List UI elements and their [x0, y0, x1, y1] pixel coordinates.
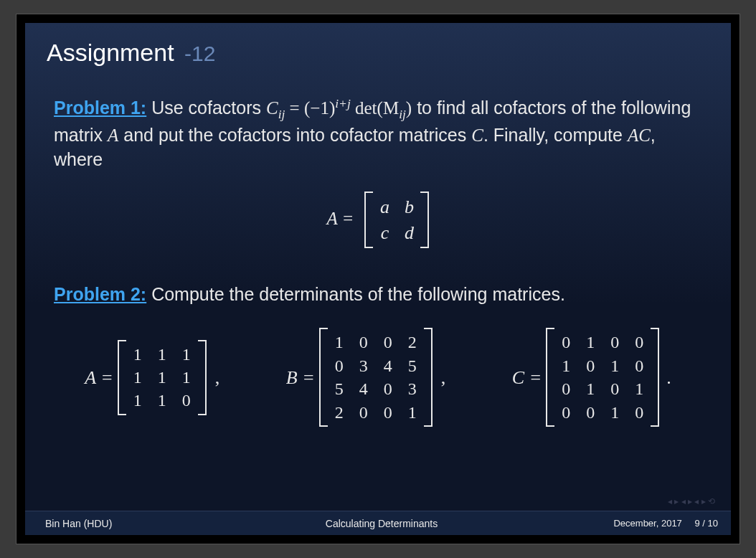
- matrix-B-group: B = 1002 0345 5403 2001 ,: [286, 328, 450, 427]
- title-bar: Assignment -12: [25, 23, 731, 74]
- matrices-row: A = 111 111 110 , B =: [54, 328, 702, 427]
- footer-author: Bin Han (HDU): [25, 518, 270, 529]
- slide: Assignment -12 Problem 1: Use cofactors …: [25, 23, 731, 535]
- matrix-A: 111 111 110: [118, 340, 207, 415]
- footer: Bin Han (HDU) Calculating Determinants D…: [25, 511, 731, 535]
- footer-page: 9 / 10: [694, 518, 718, 529]
- footer-date: December, 2017: [613, 518, 681, 529]
- problem-1: Problem 1: Use cofactors Cij = (−1)i+j d…: [54, 95, 702, 171]
- problem-2-label: Problem 2:: [54, 284, 146, 304]
- problem-2: Problem 2: Compute the determinants of t…: [54, 283, 702, 307]
- slide-title-num: -12: [184, 42, 215, 65]
- nav-controls[interactable]: ◂ ▸ ◂ ▸ ◂ ▸ ⟲: [668, 496, 715, 506]
- matrix-2x2: ab cd: [364, 191, 429, 247]
- slide-frame: Assignment -12 Problem 1: Use cofactors …: [16, 14, 740, 544]
- slide-title: Assignment: [47, 39, 174, 66]
- matrix-B: 1002 0345 5403 2001: [319, 328, 433, 427]
- footer-right: December, 2017 9 / 10: [493, 518, 731, 529]
- matrix-A-group: A = 111 111 110 ,: [85, 340, 224, 415]
- content: Problem 1: Use cofactors Cij = (−1)i+j d…: [25, 74, 731, 427]
- problem-1-label: Problem 1:: [54, 98, 146, 118]
- equation-A: A = ab cd: [54, 191, 702, 247]
- matrix-C-group: C = 0100 1010 0101 0010 .: [512, 328, 671, 427]
- footer-title: Calculating Determinants: [270, 518, 494, 529]
- matrix-C: 0100 1010 0101 0010: [546, 328, 659, 427]
